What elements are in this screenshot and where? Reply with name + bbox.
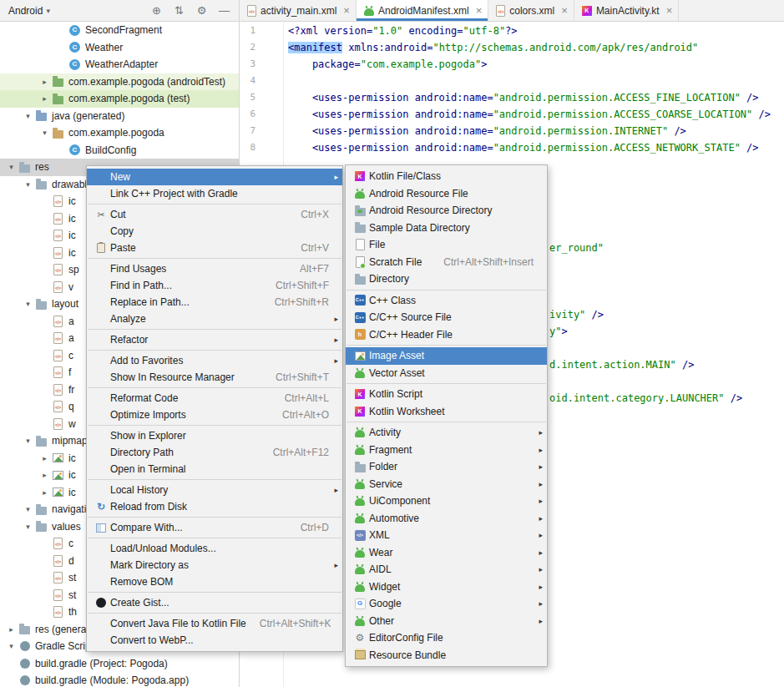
- locate-file-icon[interactable]: ⊕: [150, 5, 163, 16]
- menu-item-c-c-source-file[interactable]: C++C/C++ Source File: [346, 309, 547, 326]
- menu-item-paste[interactable]: PasteCtrl+V: [87, 240, 342, 256]
- menu-item-sample-data-directory[interactable]: Sample Data Directory: [346, 220, 547, 237]
- tree-row-buildconfig[interactable]: CBuildConfig: [0, 142, 239, 159]
- tree-row-weather[interactable]: CWeather: [0, 39, 239, 57]
- tree-down-arrow-icon[interactable]: ▾: [22, 180, 34, 189]
- menu-item-label: Kotlin Worksheet: [369, 406, 445, 417]
- menu-item-directory[interactable]: Directory: [346, 270, 547, 288]
- menu-item-file[interactable]: File: [346, 236, 547, 254]
- tree-down-arrow-icon[interactable]: ▾: [5, 163, 18, 171]
- menu-item-optimize-imports[interactable]: Optimize ImportsCtrl+Alt+O: [87, 407, 342, 423]
- tree-row-build-gradle-project-pogoda[interactable]: build.gradle (Project: Pogoda): [0, 655, 239, 673]
- menu-item-local-history[interactable]: Local History▸: [87, 482, 342, 498]
- menu-item-add-to-favorites[interactable]: Add to Favorites▸: [87, 352, 342, 369]
- tree-down-arrow-icon[interactable]: ▾: [22, 505, 34, 513]
- menu-item-google[interactable]: GGoogle▸: [346, 595, 547, 613]
- menu-item-c-class[interactable]: C++C++ Class: [346, 292, 547, 310]
- tree-down-arrow-icon[interactable]: ▾: [22, 112, 34, 120]
- menu-item-c-c-header-file[interactable]: hC/C++ Header File: [346, 326, 547, 344]
- menu-item-automotive[interactable]: Automotive▸: [346, 510, 547, 528]
- menu-item-android-resource-file[interactable]: Android Resource File: [346, 185, 547, 203]
- menu-item-image-asset[interactable]: Image Asset: [346, 347, 547, 365]
- menu-item-editorconfig-file[interactable]: ⚙EditorConfig File: [346, 629, 547, 647]
- menu-item-refactor[interactable]: Refactor▸: [87, 331, 342, 348]
- menu-item-xml[interactable]: </>XML▸: [346, 527, 547, 544]
- menu-item-copy[interactable]: Copy: [87, 223, 342, 240]
- tree-right-arrow-icon[interactable]: ▸: [38, 94, 51, 103]
- close-icon[interactable]: ×: [561, 5, 568, 16]
- menu-item-compare-with[interactable]: Compare With...Ctrl+D: [87, 519, 342, 536]
- tree-right-arrow-icon[interactable]: ▸: [5, 625, 18, 634]
- menu-item-vector-asset[interactable]: Vector Asset: [346, 365, 547, 382]
- code-area[interactable]: <?xml version="1.0" encoding="utf-8"?><m…: [288, 23, 771, 156]
- menu-item-load-unload-modules[interactable]: Load/Unload Modules...: [87, 540, 342, 557]
- settings-gear-icon[interactable]: ⚙: [195, 5, 208, 16]
- menu-item-reformat-code[interactable]: Reformat CodeCtrl+Alt+L: [87, 390, 342, 407]
- menu-item-wear[interactable]: Wear▸: [346, 544, 547, 562]
- menu-item-mark-directory-as[interactable]: Mark Directory as▸: [87, 557, 342, 573]
- tree-down-arrow-icon[interactable]: ▾: [22, 437, 34, 445]
- tab-activity-main-xml[interactable]: activity_main.xml×: [240, 0, 357, 21]
- tree-item-label: mipmap: [52, 435, 88, 447]
- menu-item-directory-path[interactable]: Directory PathCtrl+Alt+F12: [87, 444, 342, 461]
- menu-item-analyze[interactable]: Analyze▸: [87, 311, 342, 327]
- menu-item-aidl[interactable]: AIDL▸: [346, 561, 547, 578]
- tree-row-build-gradle-module-pogoda-app[interactable]: build.gradle (Module: Pogoda.app): [0, 672, 239, 687]
- menu-item-android-resource-directory[interactable]: Android Resource Directory: [346, 202, 547, 220]
- tab-mainactivity-kt[interactable]: KMainActivity.kt×: [574, 0, 679, 21]
- menu-item-convert-to-webp[interactable]: Convert to WebP...: [87, 632, 342, 649]
- tree-right-arrow-icon[interactable]: ▸: [38, 78, 51, 86]
- menu-item-convert-java-file-to-kotlin-file[interactable]: Convert Java File to Kotlin FileCtrl+Alt…: [87, 615, 342, 632]
- menu-item-activity[interactable]: Activity▸: [346, 424, 547, 442]
- tree-row-com-example-pogoda-test[interactable]: ▸com.example.pogoda (test): [0, 90, 239, 108]
- tree-right-arrow-icon[interactable]: ▸: [38, 471, 51, 479]
- menu-item-icon-box: [351, 650, 369, 659]
- code-line: <manifest xmlns:android="http://schemas.…: [288, 39, 771, 56]
- close-icon[interactable]: ×: [476, 5, 483, 16]
- menu-item-kotlin-file-class[interactable]: KKotlin File/Class: [346, 168, 547, 185]
- menu-item-cut[interactable]: ✂CutCtrl+X: [87, 206, 342, 223]
- menu-item-find-usages[interactable]: Find UsagesAlt+F7: [87, 260, 342, 277]
- tree-down-arrow-icon[interactable]: ▾: [38, 129, 51, 137]
- menu-item-label: Open in Terminal: [110, 463, 186, 475]
- tree-down-arrow-icon[interactable]: ▾: [22, 523, 34, 531]
- close-icon[interactable]: ×: [343, 5, 350, 16]
- tree-down-arrow-icon[interactable]: ▾: [22, 300, 34, 308]
- hide-panel-icon[interactable]: —: [218, 5, 230, 16]
- tree-right-arrow-icon[interactable]: ▸: [38, 454, 51, 462]
- menu-item-scratch-file[interactable]: Scratch FileCtrl+Alt+Shift+Insert: [346, 254, 547, 271]
- tab-androidmanifest-xml[interactable]: AndroidManifest.xml×: [357, 0, 488, 21]
- menu-item-replace-in-path[interactable]: Replace in Path...Ctrl+Shift+R: [87, 294, 342, 311]
- tree-row-weatheradapter[interactable]: CWeatherAdapter: [0, 56, 239, 73]
- menu-item-fragment[interactable]: Fragment▸: [346, 442, 547, 459]
- tree-row-java-generated[interactable]: ▾java (generated): [0, 108, 239, 125]
- project-view-selector[interactable]: Android: [8, 5, 43, 17]
- menu-item-create-gist[interactable]: Create Gist...: [87, 594, 342, 611]
- menu-item-kotlin-script[interactable]: KKotlin Script: [346, 386, 547, 403]
- tree-row-com-example-pogoda-androidtest[interactable]: ▸com.example.pogoda (androidTest): [0, 73, 239, 91]
- tree-row-com-example-pogoda[interactable]: ▾com.example.pogoda: [0, 124, 239, 142]
- tree-right-arrow-icon[interactable]: ▸: [38, 488, 51, 497]
- menu-item-widget[interactable]: Widget▸: [346, 578, 547, 596]
- tab-colors-xml[interactable]: colors.xml×: [488, 0, 574, 21]
- tree-down-arrow-icon[interactable]: ▾: [5, 642, 18, 650]
- view-options-icon[interactable]: ⇅: [173, 5, 185, 16]
- menu-item-uicomponent[interactable]: UiComponent▸: [346, 493, 547, 510]
- menu-item-open-in-terminal[interactable]: Open in Terminal: [87, 461, 342, 477]
- menu-item-show-in-explorer[interactable]: Show in Explorer: [87, 427, 342, 444]
- tree-row-secondfragment[interactable]: CSecondFragment: [0, 22, 239, 39]
- menu-item-new[interactable]: New▸: [87, 169, 342, 185]
- menu-item-show-in-resource-manager[interactable]: Show In Resource ManagerCtrl+Shift+T: [87, 369, 342, 386]
- menu-item-reload-from-disk[interactable]: ↻Reload from Disk: [87, 498, 342, 515]
- menu-item-service[interactable]: Service▸: [346, 476, 547, 493]
- menu-item-find-in-path[interactable]: Find in Path...Ctrl+Shift+F: [87, 277, 342, 294]
- menu-item-kotlin-worksheet[interactable]: KKotlin Worksheet: [346, 403, 547, 421]
- menu-item-remove-bom[interactable]: Remove BOM: [87, 573, 342, 590]
- menu-item-resource-bundle[interactable]: Resource Bundle: [346, 647, 547, 664]
- menu-item-folder[interactable]: Folder▸: [346, 458, 547, 476]
- menu-item-label: Kotlin Script: [369, 388, 422, 400]
- close-icon[interactable]: ×: [666, 5, 673, 16]
- menu-item-link-c-project-with-gradle[interactable]: Link C++ Project with Gradle: [87, 185, 342, 202]
- menu-item-icon-box: [351, 222, 369, 233]
- menu-item-other[interactable]: Other▸: [346, 613, 547, 630]
